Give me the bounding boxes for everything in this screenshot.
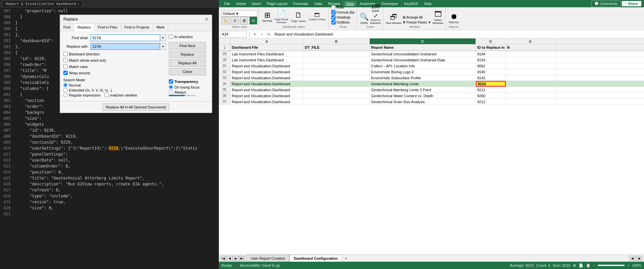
table-cell[interactable]: [303, 51, 370, 57]
table-cell[interactable]: [506, 69, 555, 75]
match-whole-word-check[interactable]: Match whole word only: [63, 58, 106, 62]
table-cell[interactable]: Report and Visualization.Dashboard: [230, 69, 303, 75]
transparency-checkbox[interactable]: [169, 79, 173, 84]
table-cell[interactable]: Report and Visualization.Dashboard: [230, 81, 303, 87]
col-header-e[interactable]: E: [506, 38, 555, 44]
always-radio-input[interactable]: [169, 90, 173, 94]
menu-data[interactable]: Data: [312, 1, 325, 6]
match-case-checkbox[interactable]: [63, 64, 68, 69]
show-formula-bar[interactable]: Formula Bar: [331, 10, 355, 15]
menu-keyags[interactable]: KeyAGS: [401, 1, 420, 6]
table-cell[interactable]: 9210: [476, 81, 506, 87]
sheet-nav-next[interactable]: ▶: [233, 256, 239, 261]
confirm-formula-icon[interactable]: ✓: [259, 31, 265, 37]
custom-views-button[interactable]: 🗔 Custom Views: [308, 12, 326, 22]
sheet-tab-add[interactable]: +: [342, 255, 350, 262]
sheet-scroll-left[interactable]: ◀: [629, 256, 635, 261]
wrap-around-check[interactable]: Wrap around: [63, 71, 106, 75]
ruler-icon[interactable]: 📏: [222, 17, 229, 25]
menu-developer[interactable]: Developer: [379, 1, 401, 6]
switch-windows-button[interactable]: 🗔 SwitchWindows: [432, 10, 443, 25]
sheet-nav-prev[interactable]: ◀: [226, 256, 232, 261]
table-cell[interactable]: [303, 93, 370, 99]
share-button[interactable]: ↑ Share: [622, 1, 641, 6]
table-cell[interactable]: 9211: [476, 87, 506, 93]
table-row[interactable]: 32Report and Visualization.DashboardEnvi…: [219, 69, 644, 75]
table-cell[interactable]: [506, 57, 555, 63]
wrap-around-checkbox[interactable]: [63, 71, 68, 75]
match-case-check[interactable]: Match case: [63, 64, 106, 69]
find-dropdown-arrow[interactable]: ▼: [160, 34, 166, 41]
name-box[interactable]: [220, 31, 247, 37]
macros-button[interactable]: ⏺ Macros: [448, 12, 460, 25]
dialog-close-btn[interactable]: ✕: [205, 17, 209, 22]
table-cell[interactable]: [506, 75, 555, 81]
table-row[interactable]: 31Report and Visualization.DashboardColl…: [219, 63, 644, 69]
show-gridlines[interactable]: Gridlines: [331, 20, 355, 25]
regex-radio-input[interactable]: [63, 93, 68, 97]
table-cell[interactable]: Geotechnical Water Content vs. Depth: [370, 93, 476, 99]
table-cell[interactable]: Report and Visualization.Dashboard: [230, 87, 303, 93]
dialog-tab-mark[interactable]: Mark: [153, 24, 168, 31]
table-cell[interactable]: [506, 99, 555, 104]
menu-file[interactable]: File: [222, 1, 233, 6]
table-row[interactable]: 29Lab Instrument Files.DashboardGeotechn…: [219, 51, 644, 57]
sheet-tab-user-report[interactable]: User Report Creation: [246, 255, 290, 262]
gridlines-icon[interactable]: ⊟: [249, 17, 257, 25]
table-row[interactable]: 30Lab Instrument Files.DashboardGeotechn…: [219, 57, 644, 63]
sheet-view-dropdown[interactable]: Default ▼: [222, 11, 257, 17]
dialog-tab-find-projects[interactable]: Find in Projects: [121, 24, 153, 31]
on-losing-focus-radio-input[interactable]: [169, 85, 173, 89]
always-radio[interactable]: Always: [169, 90, 209, 94]
zoom-to-selection-button[interactable]: ⤢ Zoom toSelection: [370, 13, 381, 25]
table-cell[interactable]: 9140: [476, 69, 506, 75]
table-row[interactable]: 34Report and Visualization.DashboardGeot…: [219, 81, 644, 87]
arrange-all-button[interactable]: ⊞ Arrange All: [403, 15, 431, 20]
table-cell[interactable]: EnviroInsite Subsurface Profile: [370, 75, 476, 81]
show-headings[interactable]: Headings: [331, 15, 355, 20]
table-cell[interactable]: [303, 99, 370, 104]
find-input[interactable]: [91, 34, 160, 41]
menu-page-layout[interactable]: Page Layout: [264, 1, 290, 6]
menu-formulas[interactable]: Formulas: [290, 1, 311, 6]
table-row[interactable]: 33Report and Visualization.DashboardEnvi…: [219, 75, 644, 81]
table-cell[interactable]: Geotechnical Unconsolidated Undrained Da…: [370, 57, 476, 63]
table-cell[interactable]: EnviroInsite Boring Logs II: [370, 69, 476, 75]
sheet-nav-first[interactable]: |◀: [220, 256, 226, 261]
table-cell[interactable]: Geotechnical Atterberg Limits 3 Point: [370, 87, 476, 93]
extended-radio[interactable]: Extended (\n, \r, \t, \0, \x...): [63, 88, 166, 92]
status-page-icon[interactable]: 📋: [586, 263, 591, 268]
col-header-a[interactable]: A: [230, 38, 303, 44]
dialog-tab-find[interactable]: Find: [60, 24, 74, 31]
col-header-b[interactable]: B: [303, 38, 370, 44]
matches-newline-checkbox[interactable]: [104, 93, 109, 97]
find-next-button[interactable]: Find Next: [169, 42, 206, 49]
in-selection-row[interactable]: In selection: [169, 34, 209, 39]
regex-radio[interactable]: Regular expression matches newline: [63, 93, 166, 97]
zoom-slider[interactable]: [598, 265, 624, 266]
transparency-slider[interactable]: [169, 95, 195, 96]
editor-tab[interactable]: Report & Visualization dashboard ✕: [3, 1, 82, 7]
sheet-nav-last[interactable]: ▶|: [239, 256, 245, 261]
col-header-d[interactable]: D: [476, 38, 506, 44]
replace-button[interactable]: Replace: [169, 51, 206, 58]
editor-tab-close[interactable]: ✕: [77, 2, 79, 6]
insert-function-icon[interactable]: fx: [266, 31, 272, 37]
table-cell[interactable]: [506, 63, 555, 69]
show-gridlines-checkbox[interactable]: [331, 20, 336, 25]
table-row[interactable]: 36Report and Visualization.DashboardGeot…: [219, 93, 644, 99]
table-cell[interactable]: Geotechnical Atterberg Limits: [370, 81, 476, 87]
menu-insert[interactable]: Insert: [249, 1, 264, 6]
status-zoom-in[interactable]: +: [627, 263, 629, 267]
zoom-100-button[interactable]: 100 100%: [370, 4, 381, 13]
replace-input[interactable]: [91, 43, 160, 50]
cancel-formula-icon[interactable]: ✕: [252, 31, 258, 37]
col-header-c[interactable]: C: [370, 38, 476, 44]
dialog-tab-replace[interactable]: Replace: [74, 24, 94, 31]
comments-button[interactable]: 💬 Comments: [591, 1, 620, 7]
status-grid-icon[interactable]: ⊞: [573, 263, 576, 268]
table-cell[interactable]: [303, 87, 370, 93]
replace-dropdown-arrow[interactable]: ▼: [160, 43, 166, 50]
table-cell[interactable]: Geotechnical Grain Size Analysis: [370, 99, 476, 104]
menu-home[interactable]: Home: [233, 1, 248, 6]
